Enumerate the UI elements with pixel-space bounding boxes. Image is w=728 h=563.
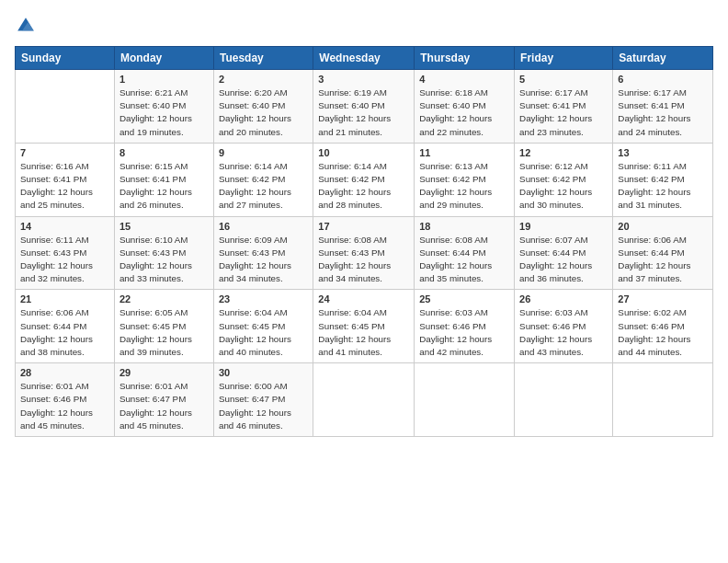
day-number: 1 [119,74,209,85]
day-number: 29 [119,367,209,378]
day-number: 17 [318,221,409,232]
day-header-wednesday: Wednesday [313,47,415,70]
calendar-cell: 11Sunrise: 6:13 AM Sunset: 6:42 PM Dayli… [415,143,515,216]
day-info: Sunrise: 6:08 AM Sunset: 6:44 PM Dayligh… [419,234,509,286]
day-info: Sunrise: 6:03 AM Sunset: 6:46 PM Dayligh… [419,306,509,359]
calendar-cell: 12Sunrise: 6:12 AM Sunset: 6:42 PM Dayli… [515,143,613,216]
day-info: Sunrise: 6:11 AM Sunset: 6:42 PM Dayligh… [618,160,708,213]
calendar-cell: 28Sunrise: 6:01 AM Sunset: 6:46 PM Dayli… [16,363,115,437]
day-header-thursday: Thursday [415,47,515,70]
day-number: 13 [618,147,708,158]
day-info: Sunrise: 6:17 AM Sunset: 6:41 PM Dayligh… [618,86,708,139]
day-header-saturday: Saturday [613,47,713,70]
day-info: Sunrise: 6:19 AM Sunset: 6:40 PM Dayligh… [318,86,409,139]
header-row: SundayMondayTuesdayWednesdayThursdayFrid… [16,47,713,70]
day-number: 11 [419,147,509,158]
day-info: Sunrise: 6:17 AM Sunset: 6:41 PM Dayligh… [519,86,608,139]
day-info: Sunrise: 6:08 AM Sunset: 6:43 PM Dayligh… [318,234,409,286]
day-header-tuesday: Tuesday [213,47,313,70]
calendar-body: 1Sunrise: 6:21 AM Sunset: 6:40 PM Daylig… [16,70,713,437]
calendar-cell: 24Sunrise: 6:04 AM Sunset: 6:45 PM Dayli… [313,290,415,363]
calendar-cell: 13Sunrise: 6:11 AM Sunset: 6:42 PM Dayli… [613,143,713,216]
day-info: Sunrise: 6:00 AM Sunset: 6:47 PM Dayligh… [219,380,308,432]
calendar-cell: 14Sunrise: 6:11 AM Sunset: 6:43 PM Dayli… [16,216,115,290]
calendar-cell [515,363,613,437]
day-number: 27 [618,293,708,304]
day-number: 28 [20,367,109,378]
calendar-cell: 21Sunrise: 6:06 AM Sunset: 6:44 PM Dayli… [16,290,115,363]
calendar-cell [313,363,415,437]
day-info: Sunrise: 6:10 AM Sunset: 6:43 PM Dayligh… [119,234,209,286]
day-number: 14 [20,221,109,232]
day-number: 26 [519,293,608,304]
calendar-cell: 8Sunrise: 6:15 AM Sunset: 6:41 PM Daylig… [114,143,213,216]
day-number: 23 [219,293,308,304]
day-number: 20 [618,221,708,232]
day-number: 6 [618,74,708,85]
day-info: Sunrise: 6:05 AM Sunset: 6:45 PM Dayligh… [119,306,209,359]
day-number: 10 [318,147,409,158]
page: SundayMondayTuesdayWednesdayThursdayFrid… [0,0,728,563]
day-info: Sunrise: 6:15 AM Sunset: 6:41 PM Dayligh… [119,160,209,213]
day-number: 4 [419,74,509,85]
day-info: Sunrise: 6:06 AM Sunset: 6:44 PM Dayligh… [618,234,708,286]
day-number: 3 [318,74,409,85]
calendar-week-0: 1Sunrise: 6:21 AM Sunset: 6:40 PM Daylig… [16,70,713,144]
day-info: Sunrise: 6:06 AM Sunset: 6:44 PM Dayligh… [20,306,109,359]
calendar-cell: 23Sunrise: 6:04 AM Sunset: 6:45 PM Dayli… [213,290,313,363]
day-number: 22 [119,293,209,304]
calendar-cell: 29Sunrise: 6:01 AM Sunset: 6:47 PM Dayli… [114,363,213,437]
calendar-cell: 4Sunrise: 6:18 AM Sunset: 6:40 PM Daylig… [415,70,515,144]
calendar-cell: 19Sunrise: 6:07 AM Sunset: 6:44 PM Dayli… [515,216,613,290]
day-number: 19 [519,221,608,232]
logo [15,15,40,37]
calendar-cell: 1Sunrise: 6:21 AM Sunset: 6:40 PM Daylig… [114,70,213,144]
day-info: Sunrise: 6:11 AM Sunset: 6:43 PM Dayligh… [20,234,109,286]
day-info: Sunrise: 6:02 AM Sunset: 6:46 PM Dayligh… [618,306,708,359]
calendar-cell: 16Sunrise: 6:09 AM Sunset: 6:43 PM Dayli… [213,216,313,290]
calendar-week-4: 28Sunrise: 6:01 AM Sunset: 6:46 PM Dayli… [16,363,713,437]
calendar-cell: 17Sunrise: 6:08 AM Sunset: 6:43 PM Dayli… [313,216,415,290]
calendar-week-3: 21Sunrise: 6:06 AM Sunset: 6:44 PM Dayli… [16,290,713,363]
day-number: 2 [219,74,308,85]
header [15,15,713,37]
calendar-cell [613,363,713,437]
day-info: Sunrise: 6:04 AM Sunset: 6:45 PM Dayligh… [219,306,308,359]
calendar-cell: 26Sunrise: 6:03 AM Sunset: 6:46 PM Dayli… [515,290,613,363]
day-number: 25 [419,293,509,304]
day-info: Sunrise: 6:20 AM Sunset: 6:40 PM Dayligh… [219,86,308,139]
day-info: Sunrise: 6:13 AM Sunset: 6:42 PM Dayligh… [419,160,509,213]
calendar-cell [16,70,115,144]
day-number: 16 [219,221,308,232]
calendar-cell: 20Sunrise: 6:06 AM Sunset: 6:44 PM Dayli… [613,216,713,290]
calendar-cell [415,363,515,437]
calendar-cell: 27Sunrise: 6:02 AM Sunset: 6:46 PM Dayli… [613,290,713,363]
calendar-week-1: 7Sunrise: 6:16 AM Sunset: 6:41 PM Daylig… [16,143,713,216]
day-info: Sunrise: 6:12 AM Sunset: 6:42 PM Dayligh… [519,160,608,213]
calendar-cell: 22Sunrise: 6:05 AM Sunset: 6:45 PM Dayli… [114,290,213,363]
day-number: 12 [519,147,608,158]
calendar-table: SundayMondayTuesdayWednesdayThursdayFrid… [15,46,713,437]
calendar-cell: 7Sunrise: 6:16 AM Sunset: 6:41 PM Daylig… [16,143,115,216]
day-number: 8 [119,147,209,158]
calendar-cell: 3Sunrise: 6:19 AM Sunset: 6:40 PM Daylig… [313,70,415,144]
calendar-header: SundayMondayTuesdayWednesdayThursdayFrid… [16,47,713,70]
calendar-cell: 25Sunrise: 6:03 AM Sunset: 6:46 PM Dayli… [415,290,515,363]
day-number: 21 [20,293,109,304]
calendar-cell: 10Sunrise: 6:14 AM Sunset: 6:42 PM Dayli… [313,143,415,216]
day-info: Sunrise: 6:07 AM Sunset: 6:44 PM Dayligh… [519,234,608,286]
logo-icon [15,15,37,37]
day-info: Sunrise: 6:14 AM Sunset: 6:42 PM Dayligh… [219,160,308,213]
calendar-cell: 5Sunrise: 6:17 AM Sunset: 6:41 PM Daylig… [515,70,613,144]
day-info: Sunrise: 6:03 AM Sunset: 6:46 PM Dayligh… [519,306,608,359]
day-number: 24 [318,293,409,304]
day-number: 18 [419,221,509,232]
calendar-cell: 15Sunrise: 6:10 AM Sunset: 6:43 PM Dayli… [114,216,213,290]
day-number: 5 [519,74,608,85]
calendar-week-2: 14Sunrise: 6:11 AM Sunset: 6:43 PM Dayli… [16,216,713,290]
day-header-sunday: Sunday [16,47,115,70]
calendar-cell: 18Sunrise: 6:08 AM Sunset: 6:44 PM Dayli… [415,216,515,290]
day-info: Sunrise: 6:21 AM Sunset: 6:40 PM Dayligh… [119,86,209,139]
calendar-cell: 9Sunrise: 6:14 AM Sunset: 6:42 PM Daylig… [213,143,313,216]
calendar-cell: 2Sunrise: 6:20 AM Sunset: 6:40 PM Daylig… [213,70,313,144]
